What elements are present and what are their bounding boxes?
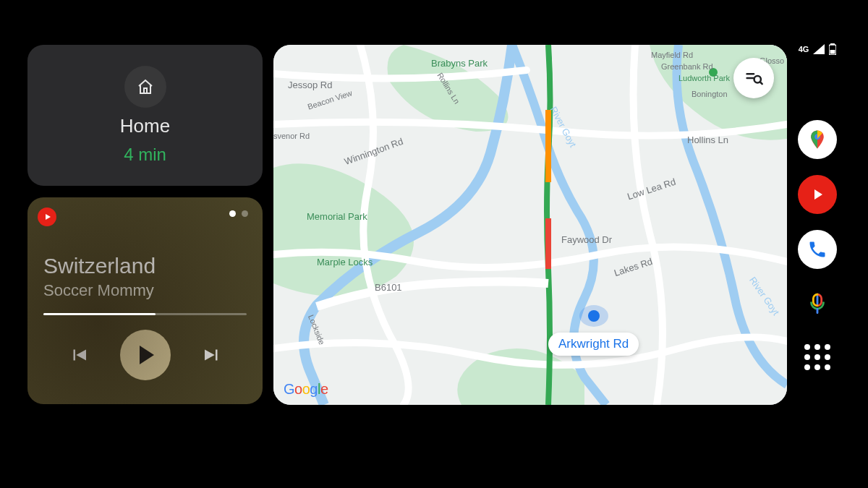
media-card[interactable]: Switzerland Soccer Mommy (27, 197, 263, 404)
media-progress[interactable] (43, 313, 247, 315)
signal-icon (813, 44, 825, 54)
ytmusic-icon (38, 207, 56, 226)
rail-assistant-button[interactable] (803, 289, 832, 318)
svg-line-5 (760, 82, 762, 84)
map-attribution: Google (284, 381, 328, 398)
map-canvas (273, 45, 787, 405)
map-search-button[interactable] (733, 58, 774, 98)
svg-point-1 (709, 68, 718, 77)
track-title: Switzerland (43, 254, 247, 278)
system-bar: 4G (788, 43, 846, 405)
play-button[interactable] (120, 330, 171, 380)
destination-eta: 4 min (124, 145, 166, 165)
rail-phone-button[interactable] (798, 230, 837, 269)
media-progress-fill (43, 313, 156, 315)
next-track-button[interactable] (200, 343, 224, 367)
rail-ytmusic-button[interactable] (798, 175, 837, 214)
previous-track-button[interactable] (67, 343, 91, 367)
track-artist: Soccer Mommy (43, 281, 247, 300)
destination-card[interactable]: Home 4 min (27, 45, 263, 186)
destination-name: Home (120, 115, 170, 137)
media-page-indicator (229, 210, 248, 217)
rail-maps-button[interactable] (798, 120, 837, 159)
battery-icon (829, 43, 836, 55)
current-location-label: Arkwright Rd (548, 333, 639, 356)
svg-rect-8 (830, 50, 835, 54)
rail-apps-button[interactable] (804, 344, 830, 370)
status-bar: 4G (799, 43, 837, 55)
current-location-marker: Arkwright Rd (548, 305, 639, 356)
network-badge: 4G (799, 45, 809, 53)
home-icon (124, 66, 166, 108)
map[interactable]: Brabyns Park Memorial Park Marple Locks … (273, 45, 787, 405)
